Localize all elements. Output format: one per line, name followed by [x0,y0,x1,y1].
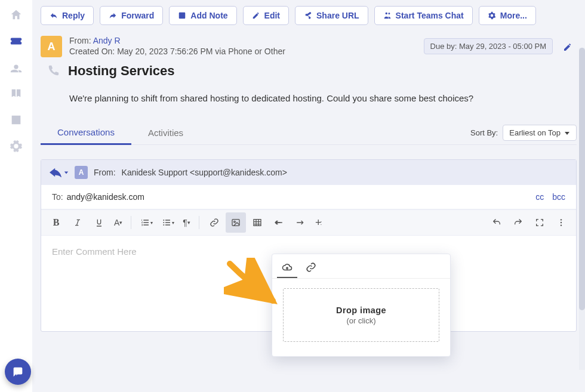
phone-icon [47,64,60,78]
undo-button[interactable] [269,212,289,233]
svg-point-2 [163,224,164,226]
pencil-icon [563,42,572,52]
font-style-dropdown[interactable]: A▾ [110,212,126,233]
chat-fab[interactable] [5,359,31,385]
by-url-tab[interactable] [301,258,321,278]
bcc-toggle[interactable]: bcc [552,192,565,202]
nav-tickets-icon[interactable] [10,35,23,48]
editor-toolbar: B A▾ ▾ ▾ ¶▾ +: [41,209,576,236]
svg-point-1 [163,222,164,223]
ticket-description: We're planning to shift from shared host… [69,93,535,103]
underline-button[interactable] [89,212,109,233]
nav-contacts-icon[interactable] [10,61,23,74]
svg-point-0 [163,220,164,221]
more-button[interactable]: More... [479,6,536,25]
sort-by-label: Sort By: [470,128,498,137]
insert-image-popover: Drop image (or click) [272,254,451,357]
nav-home-icon[interactable] [10,8,23,21]
editor-redo-button[interactable] [508,212,528,233]
more-label: More... [500,11,527,20]
share-url-label: Share URL [316,11,359,20]
reply-arrow-icon [50,168,63,177]
cc-toggle[interactable]: cc [535,192,544,202]
forward-icon [109,11,117,20]
upload-tab[interactable] [277,258,297,278]
ticket-subject: Hosting Services [68,63,175,79]
svg-rect-3 [232,220,239,226]
reply-label: Reply [62,11,85,20]
paragraph-format-button[interactable]: ¶▾ [179,212,194,233]
edit-due-date-button[interactable] [559,38,577,56]
nav-reports-icon[interactable] [10,113,23,126]
insert-table-button[interactable] [247,212,267,233]
bold-button[interactable]: B [46,212,66,233]
composer-from-value: Kanidesk Support <support@kanidesk.com> [122,168,287,177]
svg-point-4 [234,221,236,223]
redo-button[interactable] [290,212,310,233]
sort-dropdown[interactable]: Earliest on Top [503,125,577,141]
teams-icon [383,11,392,20]
unordered-list-button[interactable]: ▾ [158,212,178,233]
requester-avatar: A [41,36,62,57]
fullscreen-button[interactable] [529,212,550,233]
start-teams-button[interactable]: Start Teams Chat [374,6,473,25]
agent-avatar: A [75,166,88,179]
ticket-header: A From: Andy R Created On: May 20, 2023 … [41,36,577,57]
svg-point-6 [561,219,562,220]
reply-mode-dropdown[interactable] [50,168,69,177]
composer-from-label: From: [94,168,116,177]
svg-point-8 [561,224,562,226]
reply-button[interactable]: Reply [41,6,94,25]
editor-undo-button[interactable] [487,212,507,233]
image-drop-zone[interactable]: Drop image (or click) [283,288,439,342]
due-date-badge: Due by: May 29, 2023 - 05:00 PM [424,38,553,54]
dropzone-title: Drop image [336,305,386,315]
pencil-icon [252,11,260,20]
insert-more-button[interactable]: +: [312,212,324,233]
caret-down-icon [564,130,570,136]
scrollbar-thumb[interactable] [579,48,585,310]
tab-activities[interactable]: Activities [131,122,200,144]
caret-down-icon [64,170,69,175]
insert-link-button[interactable] [204,212,224,233]
ordered-list-button[interactable]: ▾ [136,212,156,233]
gear-icon [488,11,496,20]
forward-label: Forward [121,11,154,20]
nav-knowledge-icon[interactable] [10,87,23,100]
to-label: To: [52,192,63,202]
chat-icon [11,365,24,378]
created-value: May 20, 2023 7:56:26 PM via Phone or Oth… [117,47,285,56]
from-label: From: [69,36,93,45]
edit-label: Edit [264,11,280,20]
share-icon [304,11,312,20]
created-label: Created On: [69,47,117,56]
italic-button[interactable] [67,212,88,233]
forward-button[interactable]: Forward [100,6,163,25]
add-note-button[interactable]: Add Note [169,6,236,25]
nav-settings-icon[interactable] [10,140,23,153]
svg-rect-5 [254,220,261,226]
editor-placeholder: Enter Comment Here [52,246,137,257]
note-icon [178,11,186,20]
sort-value: Earliest on Top [509,128,561,137]
reply-icon [50,11,58,20]
share-url-button[interactable]: Share URL [295,6,368,25]
insert-image-button[interactable] [226,212,246,233]
to-address[interactable]: andy@kanidesk.com [67,192,144,202]
more-options-button[interactable] [551,212,571,233]
requester-name-link[interactable]: Andy R [93,36,121,45]
start-teams-label: Start Teams Chat [396,11,464,20]
edit-button[interactable]: Edit [243,6,289,25]
svg-point-7 [561,222,562,223]
tab-conversations[interactable]: Conversations [41,121,131,145]
dropzone-subtitle: (or click) [346,316,375,325]
add-note-label: Add Note [190,11,227,20]
